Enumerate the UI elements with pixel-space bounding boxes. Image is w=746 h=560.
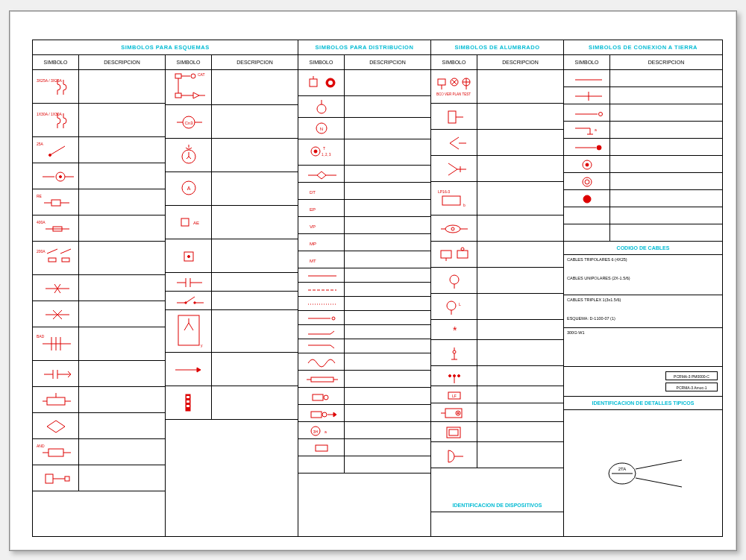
description-cell	[345, 70, 430, 95]
table-row: a	[564, 122, 722, 139]
symbol-cell: 3Ha	[298, 422, 345, 438]
drawing-sheet: SIMBOLOS PARA ESQUEMAS . SIMBOLO DESCRIP…	[9, 10, 737, 551]
description-cell	[610, 70, 722, 86]
symbol-cell	[298, 339, 345, 353]
ellipse-callout-icon: 2TA	[598, 457, 688, 490]
symbol-cell	[298, 166, 345, 182]
svg-point-73	[193, 302, 195, 303]
symbol-cell: BCO VER PLAN TEST	[431, 70, 477, 103]
hdr-simbolo: SIMBOLO	[298, 55, 345, 69]
cable-note: ESQUEMA: D-1100-07 (1)	[567, 316, 719, 321]
description-cell	[212, 105, 298, 138]
symbol-cell	[298, 439, 345, 456]
description-cell	[79, 137, 165, 163]
description-cell	[610, 104, 722, 121]
symbol-cell	[564, 173, 610, 189]
table-row	[166, 139, 298, 172]
symbol-cell	[564, 87, 610, 104]
svg-point-149	[453, 350, 456, 353]
symbol-cell	[33, 361, 79, 386]
svg-text:RE: RE	[37, 194, 43, 198]
description-cell	[212, 353, 298, 386]
table-row: AE	[166, 206, 298, 239]
table-row	[166, 273, 298, 292]
badge-block: PCRMA-3 PM0000-C PCRMA-3 Amoc-1	[564, 367, 722, 397]
col-esquemas-a: . SIMBOLO DESCRIPCION 3X25A / 3X25A1X30A…	[33, 40, 166, 536]
svg-point-72	[184, 302, 186, 303]
svg-point-160	[457, 412, 459, 414]
cad-symbol-icon	[35, 468, 77, 488]
col-alumbrado: SIMBOLOS DE ALUMBRADO SIMBOLO DESCRIPCIO…	[431, 40, 564, 536]
header-row: SIMBOLO DESCRIPCION	[564, 55, 722, 70]
cad-symbol-icon: BAD	[35, 333, 77, 355]
cad-symbol-icon	[168, 245, 210, 267]
table-row	[298, 70, 430, 96]
cad-symbol-icon: RE	[35, 192, 77, 212]
description-cell	[477, 104, 563, 129]
svg-rect-10	[51, 200, 60, 206]
description-cell	[79, 327, 165, 360]
table-row	[564, 70, 722, 87]
table-row	[166, 353, 298, 386]
symbol-cell	[166, 139, 212, 172]
svg-point-84	[328, 81, 333, 85]
symbol-cell: A	[166, 172, 212, 205]
svg-text:L: L	[459, 302, 461, 306]
svg-line-19	[60, 249, 71, 254]
symbol-cell: N	[298, 118, 345, 139]
svg-text:400A: 400A	[37, 220, 46, 224]
cad-symbol-icon	[433, 133, 475, 152]
table-row	[431, 130, 563, 156]
symbol-cell	[564, 190, 610, 207]
description-cell	[79, 439, 165, 465]
svg-text:200A: 200A	[37, 249, 46, 254]
description-cell	[212, 239, 298, 272]
svg-rect-119	[438, 79, 445, 85]
cad-symbol-icon: EP	[301, 201, 342, 215]
description-cell	[345, 353, 430, 370]
table-row: LP16-3b	[431, 182, 563, 215]
description-cell	[79, 465, 165, 491]
description-cell	[345, 371, 430, 387]
svg-point-135	[445, 225, 460, 233]
description-cell	[477, 242, 563, 267]
description-cell	[477, 442, 563, 468]
svg-rect-141	[457, 251, 468, 258]
table-row	[298, 297, 430, 311]
svg-point-180	[583, 177, 592, 186]
table-row: MP	[298, 234, 430, 251]
cad-symbol-icon	[566, 174, 608, 189]
cad-symbol-icon	[566, 210, 608, 221]
cad-symbol-icon	[566, 72, 608, 84]
cad-symbol-icon	[566, 89, 608, 102]
description-cell	[345, 439, 430, 456]
description-cell	[345, 422, 430, 438]
svg-text:a: a	[325, 430, 327, 434]
cad-symbol-icon	[35, 390, 77, 409]
cad-symbol-icon	[35, 166, 77, 186]
symbol-cell: T1, 2, 3	[298, 139, 345, 165]
symbol-cell	[431, 104, 477, 129]
symbol-cell	[431, 268, 477, 293]
description-cell	[79, 163, 165, 189]
svg-rect-163	[449, 430, 458, 435]
description-cell	[345, 388, 430, 404]
cad-symbol-icon	[433, 219, 475, 237]
table-row	[298, 325, 430, 339]
cables-text-block: 300G-W1	[564, 328, 722, 367]
hdr-descripcion: DESCRIPCION	[610, 55, 722, 69]
hdr-descripcion: DESCRIPCION	[477, 55, 563, 69]
cad-symbol-icon: MP	[301, 235, 342, 250]
description-cell	[345, 200, 430, 216]
description-cell	[212, 172, 298, 205]
table-row	[33, 361, 165, 387]
svg-rect-20	[62, 258, 69, 262]
cables-text-block: CABLES TRIPLEX 1(3x1.5/6) ESQUEMA: D-110…	[564, 295, 722, 328]
symbol-cell: Cn3	[166, 105, 212, 138]
cad-symbol-icon	[301, 459, 342, 471]
svg-rect-118	[316, 445, 327, 451]
table-row	[564, 190, 722, 207]
cad-symbol-icon	[433, 159, 475, 178]
svg-point-142	[461, 248, 464, 251]
symbol-cell	[166, 239, 212, 272]
